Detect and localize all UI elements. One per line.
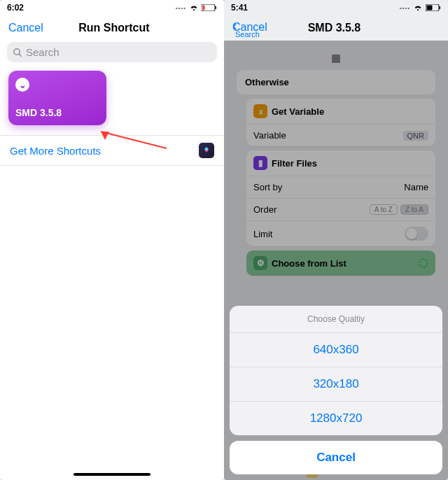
right-screenshot: 5:41 •••• ‹ Search Cancel SMD 3.5.8 Othe… xyxy=(224,0,448,480)
svg-marker-6 xyxy=(101,132,109,140)
svg-rect-9 xyxy=(427,6,433,10)
cancel-button[interactable]: Cancel xyxy=(232,21,267,34)
battery-icon xyxy=(426,4,441,11)
status-bar: 5:41 •••• xyxy=(224,0,448,14)
page-title: Run Shortcut xyxy=(78,22,149,34)
quality-option-2[interactable]: 1280x720 xyxy=(230,402,442,435)
action-sheet-cancel[interactable]: Cancel xyxy=(230,441,442,474)
status-time: 6:02 xyxy=(7,3,24,13)
search-placeholder: Search xyxy=(26,46,59,58)
quality-option-1[interactable]: 320x180 xyxy=(230,367,442,402)
action-sheet-title: Choose Qualtiy xyxy=(230,306,442,333)
cancel-button[interactable]: Cancel xyxy=(8,22,43,34)
page-title: SMD 3.5.8 xyxy=(308,22,361,34)
annotation-arrow-icon xyxy=(91,130,168,158)
search-input[interactable]: Search xyxy=(7,42,217,62)
search-icon xyxy=(13,48,22,57)
status-time: 5:41 xyxy=(231,3,248,13)
left-screenshot: 6:02 •••• Cancel Run Shortcut Search ⌄ S… xyxy=(0,0,224,480)
battery-low-icon xyxy=(202,4,217,11)
shortcut-name: SMD 3.5.8 xyxy=(15,107,99,118)
nav-bar: ‹ Search Cancel SMD 3.5.8 xyxy=(224,14,448,42)
get-more-shortcuts-link[interactable]: Get More Shortcuts xyxy=(10,145,101,157)
wifi-icon xyxy=(189,4,199,11)
chevron-down-icon: ⌄ xyxy=(15,78,29,92)
svg-rect-1 xyxy=(216,6,217,9)
svg-rect-2 xyxy=(203,6,205,10)
status-bar: 6:02 •••• xyxy=(0,0,224,14)
cell-signal-icon: •••• xyxy=(176,5,186,11)
svg-line-4 xyxy=(19,54,21,56)
cell-signal-icon: •••• xyxy=(400,5,410,11)
action-sheet: Choose Qualtiy 640x360 320x180 1280x720 … xyxy=(230,306,442,474)
svg-line-5 xyxy=(101,132,167,148)
shortcut-tile[interactable]: ⌄ SMD 3.5.8 xyxy=(8,71,106,125)
wifi-icon xyxy=(413,4,423,11)
status-icons: •••• xyxy=(400,4,441,11)
status-icons: •••• xyxy=(176,4,217,11)
home-indicator[interactable] xyxy=(74,473,150,476)
quality-option-0[interactable]: 640x360 xyxy=(230,333,442,367)
nav-bar: Cancel Run Shortcut xyxy=(0,14,224,42)
shortcuts-app-icon xyxy=(199,143,214,158)
svg-rect-8 xyxy=(440,6,441,9)
